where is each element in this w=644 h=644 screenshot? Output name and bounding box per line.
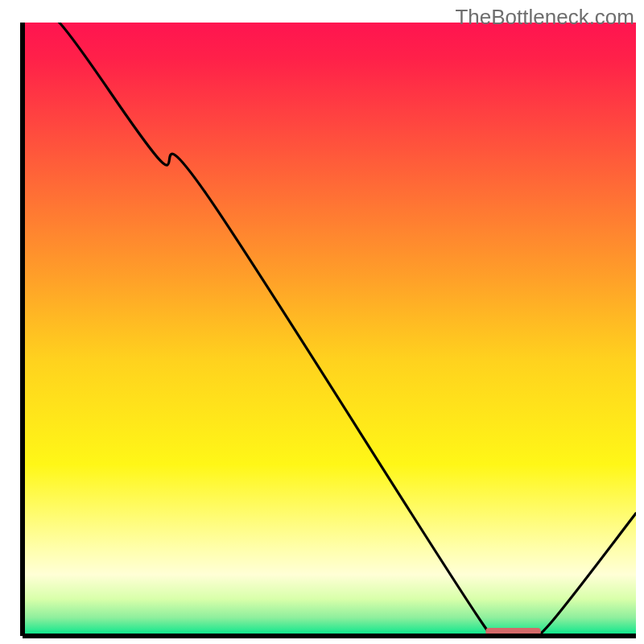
watermark-label: TheBottleneck.com: [455, 5, 634, 30]
chart-svg: [0, 0, 644, 644]
bottleneck-chart: TheBottleneck.com: [0, 0, 644, 644]
gradient-background: [23, 23, 636, 636]
